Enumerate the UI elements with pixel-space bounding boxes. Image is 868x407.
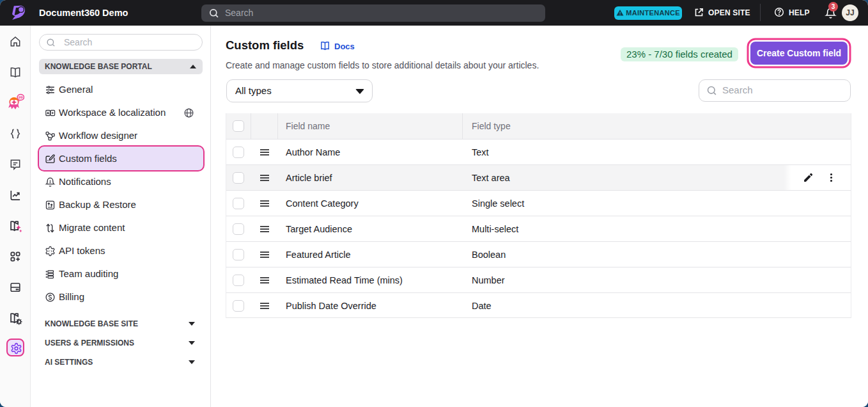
svg-text:99: 99 (19, 95, 23, 99)
